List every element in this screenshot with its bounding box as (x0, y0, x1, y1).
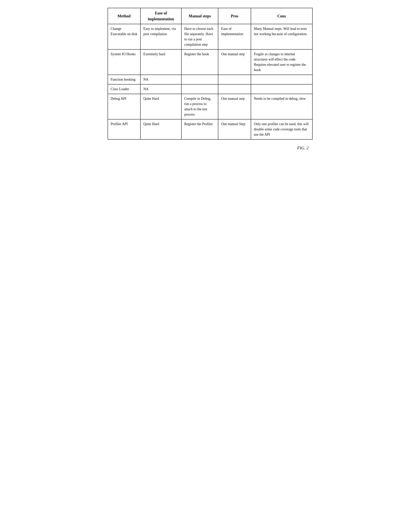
table-row: Debug APIQuite HardCompile in Debug, run… (108, 94, 312, 119)
page-container: Method Ease of implementation Manual ste… (108, 8, 313, 150)
table-row: System IO HooksExtremely hardRegister th… (108, 49, 312, 75)
cell-manual: Register the Profiler (181, 119, 218, 139)
table-row: Class LoaderNA (108, 84, 312, 94)
header-row: Method Ease of implementation Manual ste… (108, 8, 312, 24)
cell-method: Debug API (108, 94, 141, 119)
cell-cons (251, 84, 312, 94)
cell-manual (181, 75, 218, 84)
cell-cons: Needs to be compiled in debug, slow (251, 94, 312, 119)
cell-ease: Quite Hard (140, 94, 181, 119)
cell-pros: Ease of implementation (218, 24, 251, 49)
table-row: Change Executable on diskEasy to impleme… (108, 24, 312, 49)
cell-manual: Register the hook (181, 49, 218, 75)
cell-cons: Only one profiler can be used, this will… (251, 119, 312, 139)
cell-method: Class Loader (108, 84, 141, 94)
cell-cons: Many Manual steps. Will lead to tests no… (251, 24, 312, 49)
cell-manual: Compile in Debug, run a process to attac… (181, 94, 218, 119)
cell-ease: NA (140, 84, 181, 94)
cell-manual: Have to choose each file separately. Hav… (181, 24, 218, 49)
header-cons: Cons (251, 8, 312, 24)
header-pros: Pros (218, 8, 251, 24)
table-row: Profiler APIQuite HardRegister the Profi… (108, 119, 312, 139)
cell-pros: One manual Step (218, 119, 251, 139)
table-row: Function hookingNA (108, 75, 312, 84)
cell-method: Function hooking (108, 75, 141, 84)
cell-method: Change Executable on disk (108, 24, 141, 49)
cell-cons (251, 75, 312, 84)
cell-pros (218, 84, 251, 94)
cell-manual (181, 84, 218, 94)
cell-cons: Fragile as changes to internal structure… (251, 49, 312, 75)
header-manual: Manual steps (181, 8, 218, 24)
header-method: Method (108, 8, 141, 24)
figure-label: FIG. 2 (108, 145, 313, 150)
cell-method: System IO Hooks (108, 49, 141, 75)
cell-ease: NA (140, 75, 181, 84)
cell-ease: Easy to implement, via post compilation (140, 24, 181, 49)
comparison-table: Method Ease of implementation Manual ste… (108, 8, 313, 140)
cell-pros: One manual step (218, 94, 251, 119)
cell-pros (218, 75, 251, 84)
cell-method: Profiler API (108, 119, 141, 139)
cell-ease: Quite Hard (140, 119, 181, 139)
cell-ease: Extremely hard (140, 49, 181, 75)
cell-pros: One manual step (218, 49, 251, 75)
header-ease: Ease of implementation (140, 8, 181, 24)
